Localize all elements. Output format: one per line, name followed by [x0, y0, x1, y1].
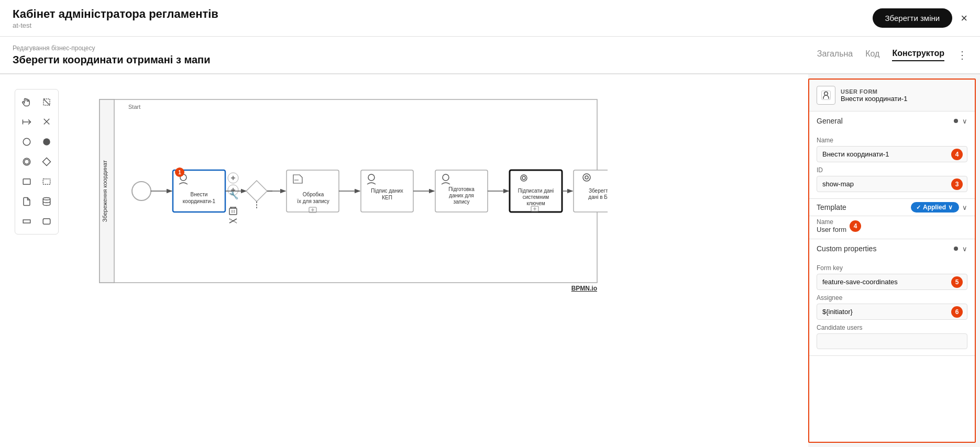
svg-text:системним: системним: [523, 194, 549, 200]
form-key-field[interactable]: feature-save-coordinates 5: [817, 274, 967, 290]
id-field[interactable]: show-map 3: [817, 176, 967, 192]
right-panel: USER FORM Внести координати-1 General ∨ …: [808, 79, 976, 443]
rect-tool-button[interactable]: [18, 173, 35, 190]
tab-constructor[interactable]: Конструктор: [892, 49, 944, 61]
circle-tool-button[interactable]: [18, 133, 35, 150]
toolbar-row-4: [18, 153, 55, 170]
sub-header-right: Загальна Код Конструктор ⋮: [817, 49, 967, 61]
general-section-header[interactable]: General ∨: [809, 111, 975, 130]
svg-point-86: [824, 92, 828, 95]
toolbar-row-5: [18, 173, 55, 190]
custom-properties-content: Form key feature-save-coordinates 5 Assi…: [809, 258, 975, 355]
assignee-field[interactable]: ${initiator} 6: [817, 304, 967, 320]
name-field[interactable]: Внести координати-1 4: [817, 146, 967, 162]
svg-text:запису: запису: [453, 199, 469, 205]
svg-point-9: [25, 160, 29, 164]
database-tool-button[interactable]: [38, 193, 55, 210]
more-options-button[interactable]: ⋮: [957, 49, 967, 61]
panel-icon: [817, 86, 835, 105]
svg-text:Обробка: Обробка: [303, 192, 324, 197]
custom-properties-section: Custom properties ∨ Form key feature-sav…: [809, 239, 975, 356]
svg-text:координати-1: координати-1: [183, 198, 216, 204]
svg-rect-48: [287, 170, 339, 212]
svg-point-6: [23, 138, 30, 146]
assignee-value: ${initiator}: [817, 304, 951, 319]
svg-point-20: [132, 182, 151, 200]
svg-text:дані в БД: дані в БД: [588, 194, 608, 200]
assignee-badge: 6: [951, 306, 963, 318]
svg-text:Внести: Внести: [191, 192, 208, 197]
candidate-users-field[interactable]: [817, 333, 967, 349]
form-key-label: Form key: [817, 264, 967, 272]
svg-text:Збереження координат: Збереження координат: [102, 160, 108, 222]
svg-point-7: [43, 138, 50, 146]
toolbar-row-7: [18, 213, 55, 230]
app-subtitle: at-test: [13, 21, 31, 29]
name-field-label: Name: [817, 137, 967, 144]
sub-header: Редагування бізнес-процесу Зберегти коор…: [0, 37, 980, 74]
general-section-title: General: [817, 117, 843, 125]
check-icon: ✓: [916, 204, 921, 211]
name-badge: 4: [951, 149, 963, 160]
toolbar-row-3: [18, 133, 55, 150]
panel-header-text: USER FORM Внести координати-1: [841, 88, 907, 103]
toolbar-row-6: [18, 193, 55, 210]
double-circle-tool-button[interactable]: [18, 153, 35, 170]
canvas-toolbar: [15, 89, 59, 234]
panel-element-name: Внести координати-1: [841, 95, 907, 103]
space-tool-button[interactable]: [38, 114, 55, 130]
svg-rect-11: [23, 179, 30, 185]
header-right: Зберегти зміни ×: [873, 8, 967, 28]
applied-badge: ✓ Applied ∨: [911, 202, 959, 213]
hand-tool-button[interactable]: [18, 94, 35, 110]
candidate-users-label: Candidate users: [817, 324, 967, 331]
toolbar-row-2: [18, 114, 55, 130]
general-section-content: Name Внести координати-1 4 ID show-map 3: [809, 130, 975, 198]
custom-properties-section-header[interactable]: Custom properties ∨: [809, 239, 975, 258]
close-button[interactable]: ×: [961, 13, 967, 24]
svg-text:даних для: даних для: [449, 193, 474, 198]
single-rect-tool-button[interactable]: [18, 213, 35, 230]
template-chevron-icon[interactable]: ∨: [962, 204, 967, 211]
svg-text:Підписати дані: Підписати дані: [518, 188, 554, 194]
template-row: Template ✓ Applied ∨ ∨: [809, 199, 975, 216]
user-form-badge: 4: [850, 220, 861, 232]
svg-text:Start: Start: [128, 104, 140, 110]
user-form-value: User form: [817, 226, 846, 233]
id-badge: 3: [951, 178, 963, 190]
form-key-badge: 5: [951, 276, 963, 288]
svg-rect-12: [43, 179, 50, 185]
tab-general[interactable]: Загальна: [817, 49, 853, 61]
svg-text:їх для запису: їх для запису: [296, 198, 329, 204]
svg-text:1: 1: [178, 170, 181, 175]
top-header: Кабінет адміністратора регламентів at-te…: [0, 0, 980, 37]
filled-circle-tool-button[interactable]: [38, 133, 55, 150]
lasso-tool-button[interactable]: [38, 94, 55, 110]
canvas-area: Збереження координат Start Внести коорди…: [0, 74, 808, 447]
save-button[interactable]: Зберегти зміни: [873, 8, 953, 28]
svg-text:Підпис даних: Підпис даних: [371, 188, 403, 194]
app-title: Кабінет адміністратора регламентів: [13, 7, 218, 21]
general-section: General ∨ Name Внести координати-1 4 ID …: [809, 111, 975, 199]
header-left: Кабінет адміністратора регламентів at-te…: [13, 7, 218, 29]
svg-rect-14: [23, 220, 30, 223]
svg-point-13: [43, 198, 50, 200]
bpmn-diagram[interactable]: Збереження координат Start Внести коорди…: [94, 89, 808, 447]
connect-tool-button[interactable]: [18, 114, 35, 130]
template-controls: ✓ Applied ∨ ∨: [911, 202, 967, 213]
diamond-tool-button[interactable]: [38, 153, 55, 170]
document-tool-button[interactable]: [18, 193, 35, 210]
dashed-rect-tool-button[interactable]: [38, 173, 55, 190]
svg-text:Зберегти: Зберегти: [589, 188, 608, 194]
name-field-value: Внести координати-1: [817, 147, 951, 162]
svg-text:КЕП: КЕП: [382, 195, 392, 200]
assignee-label: Assignee: [817, 294, 967, 301]
main-content: Збереження координат Start Внести коорди…: [0, 74, 980, 447]
custom-properties-dot: [954, 247, 958, 251]
sub-header-left: Редагування бізнес-процесу Зберегти коор…: [13, 44, 210, 66]
panel-header: USER FORM Внести координати-1: [809, 80, 975, 111]
corner-rect-tool-button[interactable]: [38, 213, 55, 230]
toolbar-row-1: [18, 94, 55, 110]
user-form-field-label: Name: [817, 218, 846, 226]
tab-code[interactable]: Код: [865, 49, 879, 61]
